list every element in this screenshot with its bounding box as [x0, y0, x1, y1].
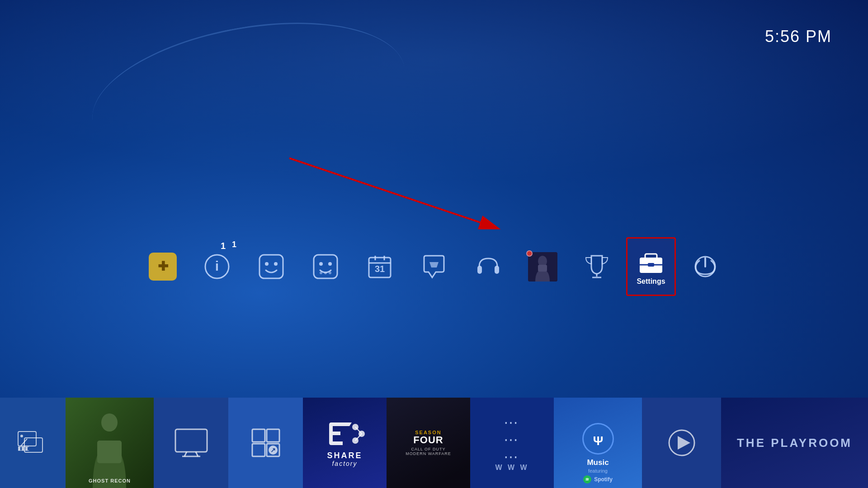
- svg-point-9: [319, 262, 323, 266]
- nav-item-messages[interactable]: [301, 237, 350, 296]
- svg-text:Ψ: Ψ: [593, 434, 603, 448]
- nav-item-settings[interactable]: Settings: [626, 237, 676, 296]
- svg-line-58: [355, 427, 362, 434]
- share-factory-label2: factory: [327, 460, 362, 467]
- nav-bar: ✚ 1 i 1: [0, 226, 868, 307]
- www-label: W W W: [495, 464, 528, 472]
- nav-item-whats-new[interactable]: 1 i 1: [192, 237, 242, 296]
- music-label: Music: [587, 458, 609, 467]
- svg-rect-36: [18, 447, 20, 450]
- tile-tv[interactable]: [154, 398, 228, 488]
- spotify-badge: Spotify: [583, 475, 613, 483]
- svg-rect-49: [252, 429, 265, 442]
- nav-item-friends[interactable]: [246, 237, 296, 296]
- svg-rect-19: [477, 266, 482, 274]
- svg-rect-8: [314, 255, 337, 278]
- cod-subtitle2: MODERN WARFARE: [406, 451, 451, 456]
- nav-item-notifications[interactable]: [409, 237, 459, 296]
- www-dots: ⋯⋯⋯: [504, 414, 521, 465]
- svg-rect-20: [495, 266, 499, 274]
- tile-share-factory[interactable]: SHARE factory: [303, 398, 387, 488]
- settings-label: Settings: [637, 277, 665, 286]
- badge-1: 1: [232, 240, 236, 249]
- nav-items: ✚ 1 i 1: [138, 237, 730, 296]
- svg-rect-45: [175, 429, 207, 452]
- svg-rect-50: [267, 429, 279, 442]
- game-notification-dot: [526, 250, 533, 257]
- playroom-label: THE PLAYROOM: [737, 436, 852, 450]
- svg-text:✚: ✚: [158, 259, 169, 273]
- clock-display: 5:56 PM: [765, 27, 832, 46]
- svg-rect-29: [648, 263, 654, 267]
- svg-point-11: [320, 272, 322, 274]
- tile-ghost-recon[interactable]: GHOST RECON: [66, 398, 154, 488]
- svg-point-13: [329, 272, 331, 274]
- svg-text:31: 31: [375, 264, 385, 274]
- svg-rect-38: [25, 447, 28, 450]
- tile-media-gallery[interactable]: [0, 398, 66, 488]
- tile-windows[interactable]: ↗: [228, 398, 303, 488]
- cod-subtitle: CALL OF DUTY: [406, 447, 451, 451]
- cod-season-num: FOUR: [406, 435, 451, 445]
- nav-item-calendar[interactable]: 31: [355, 237, 405, 296]
- nav-item-trophy[interactable]: [572, 237, 622, 296]
- svg-point-43: [101, 413, 118, 432]
- tile-www-browser[interactable]: ⋯⋯⋯ W W W: [470, 398, 554, 488]
- nav-item-power[interactable]: [680, 237, 730, 296]
- svg-text:i: i: [215, 258, 219, 273]
- tile-playroom[interactable]: THE PLAYROOM: [721, 398, 868, 488]
- svg-point-10: [328, 262, 332, 266]
- svg-point-7: [274, 262, 278, 266]
- tile-music[interactable]: Ψ Music featuring Spotify: [554, 398, 642, 488]
- app-bar: GHOST RECON ↗: [0, 398, 868, 488]
- svg-rect-23: [538, 265, 547, 272]
- share-factory-label1: SHARE: [327, 451, 362, 460]
- tile-video[interactable]: [642, 398, 721, 488]
- svg-point-35: [20, 435, 23, 437]
- nav-item-game-cover[interactable]: [518, 237, 567, 296]
- nav-item-headset[interactable]: [463, 237, 513, 296]
- nav-item-psplus[interactable]: ✚: [138, 237, 188, 296]
- svg-rect-51: [252, 444, 265, 456]
- svg-line-59: [355, 434, 362, 441]
- svg-rect-37: [22, 447, 24, 450]
- svg-text:↗: ↗: [270, 446, 276, 454]
- music-featuring: featuring: [588, 468, 608, 474]
- music-ps-logo: Ψ: [582, 423, 614, 455]
- svg-point-12: [324, 272, 327, 274]
- svg-rect-5: [259, 255, 283, 278]
- tile-cod-mw[interactable]: SEASON FOUR CALL OF DUTY MODERN WARFARE: [387, 398, 470, 488]
- svg-point-6: [265, 262, 269, 266]
- svg-marker-65: [678, 436, 690, 450]
- svg-rect-44: [97, 441, 122, 463]
- ghost-recon-label: GHOST RECON: [66, 478, 154, 483]
